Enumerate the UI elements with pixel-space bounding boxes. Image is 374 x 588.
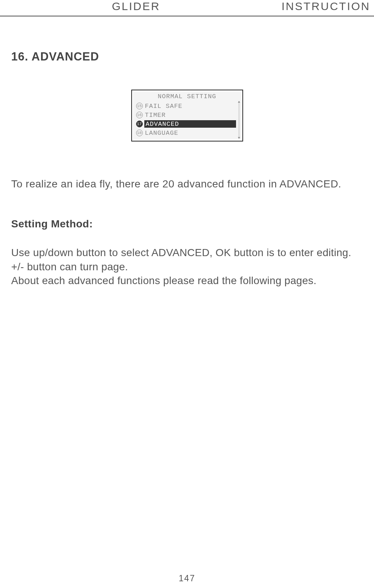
lcd-scrollbar xyxy=(238,102,240,137)
lcd-screen: NORMAL SETTING 15 FAIL SAFE 16 TIMER 17 … xyxy=(133,91,241,140)
lcd-menu-item: 18 LANGUAGE xyxy=(136,128,238,137)
page-header: GLIDER INSTRUCTION xyxy=(0,0,374,16)
lcd-menu-item-selected: 17 ADVANCED xyxy=(136,119,238,128)
method-paragraph-2: About each advanced functions please rea… xyxy=(11,274,363,288)
lcd-item-number: 18 xyxy=(136,130,143,136)
header-doc-type: INSTRUCTION xyxy=(282,0,370,13)
lcd-item-number: 15 xyxy=(136,103,143,109)
header-category: GLIDER xyxy=(4,0,160,13)
subsection-title: Setting Method: xyxy=(11,218,363,230)
lcd-item-label: TIMER xyxy=(144,112,166,119)
lcd-item-label: LANGUAGE xyxy=(144,130,179,137)
lcd-display: NORMAL SETTING 15 FAIL SAFE 16 TIMER 17 … xyxy=(131,90,243,141)
lcd-item-label: FAIL SAFE xyxy=(144,103,183,110)
lcd-item-label: ADVANCED xyxy=(144,120,236,128)
lcd-item-number: 17 xyxy=(136,121,143,127)
lcd-menu-item: 16 TIMER xyxy=(136,111,238,119)
lcd-item-number: 16 xyxy=(136,112,143,118)
section-title: 16. ADVANCED xyxy=(11,50,363,63)
page-content: 16. ADVANCED NORMAL SETTING 15 FAIL SAFE… xyxy=(0,16,374,288)
lcd-menu-title: NORMAL SETTING xyxy=(136,93,238,100)
method-paragraph-1: Use up/down button to select ADVANCED, O… xyxy=(11,246,363,274)
page-number: 147 xyxy=(179,573,195,584)
lcd-menu-item: 15 FAIL SAFE xyxy=(136,102,238,111)
intro-paragraph: To realize an idea fly, there are 20 adv… xyxy=(11,177,363,191)
